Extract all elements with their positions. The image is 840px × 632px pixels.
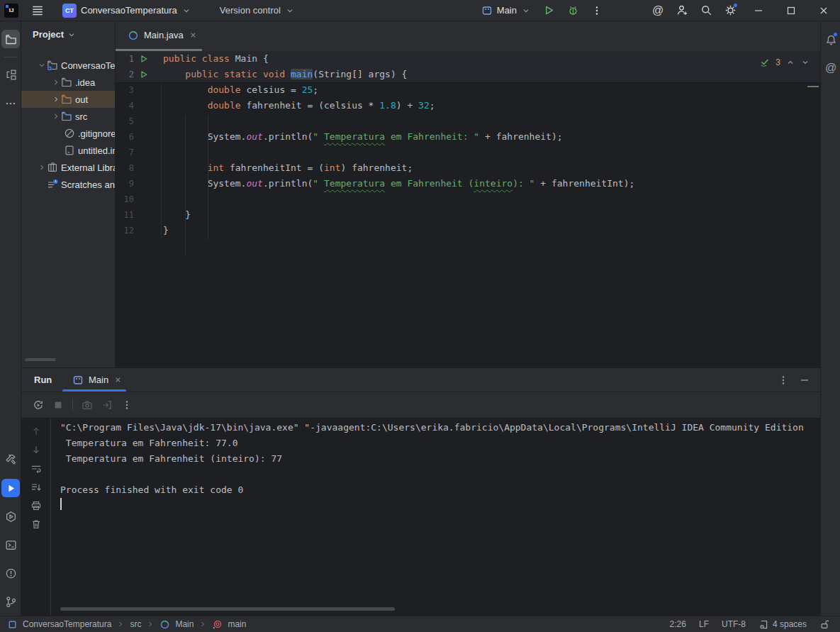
scroll-down-button[interactable] <box>30 444 42 455</box>
maximize-button[interactable] <box>775 0 807 21</box>
run-line-button[interactable] <box>134 51 161 67</box>
debug-button[interactable] <box>561 0 585 21</box>
minimize-button[interactable] <box>742 0 775 21</box>
line-number[interactable]: 11 <box>116 207 134 223</box>
code-line[interactable]: System.out.println(" Temperatura em Fahr… <box>161 129 563 145</box>
code-line[interactable]: System.out.println(" Temperatura em Fahr… <box>161 176 634 192</box>
scroll-up-button[interactable] <box>30 426 42 437</box>
run-tab-main[interactable]: Main <box>62 368 133 392</box>
rerun-icon[interactable] <box>33 399 44 411</box>
build-tool-button[interactable] <box>1 450 20 468</box>
line-number[interactable]: 4 <box>116 98 134 113</box>
status-bar: ConversaoTemperatura src Main main 2:26 … <box>0 616 840 632</box>
project-tool-button[interactable] <box>1 30 20 48</box>
line-number[interactable]: 5 <box>116 113 134 129</box>
tree-item-label: .gitignore <box>78 128 116 139</box>
indent-widget[interactable]: 4 spaces <box>758 619 807 630</box>
problems-tool-button[interactable] <box>1 564 20 582</box>
version-control-button[interactable]: Version control <box>214 1 301 20</box>
project-horizontal-scrollbar[interactable] <box>25 358 56 361</box>
tree-item-untitled-iml[interactable]: untitled.iml <box>21 142 116 159</box>
encoding-widget[interactable]: UTF-8 <box>722 619 746 629</box>
line-number[interactable]: 6 <box>116 129 134 145</box>
tree-item-scratches[interactable]: Scratches and Consoles <box>21 176 116 193</box>
run-panel-header: Run Main <box>21 368 820 392</box>
line-number[interactable]: 12 <box>116 223 134 238</box>
inspections-widget[interactable]: 3 <box>759 57 810 68</box>
code-line[interactable]: public static void main(String[] args) { <box>161 67 407 82</box>
more-tool-windows-button[interactable] <box>1 94 20 113</box>
main-menu-button[interactable] <box>26 0 50 21</box>
tree-item-idea[interactable]: .idea <box>21 74 116 91</box>
code-line[interactable]: int fahrenheitInt = (int) fahrenheit; <box>161 160 413 176</box>
breadcrumb-project[interactable]: ConversaoTemperatura <box>23 619 111 629</box>
close-icon[interactable] <box>189 31 198 40</box>
more-icon[interactable] <box>778 375 789 386</box>
code-line[interactable]: } <box>161 207 191 223</box>
console-horizontal-scrollbar[interactable] <box>60 607 395 611</box>
more-icon[interactable] <box>121 399 133 411</box>
import-into-icon[interactable] <box>101 399 113 411</box>
print-button[interactable] <box>30 500 42 511</box>
search-everywhere-button[interactable] <box>694 0 718 21</box>
more-actions-button[interactable] <box>585 0 609 21</box>
line-number[interactable]: 2 <box>116 67 134 82</box>
notifications-button[interactable] <box>822 31 840 49</box>
tree-item-project-root[interactable]: ConversaoTemperatura <box>21 57 116 74</box>
run-tool-button[interactable] <box>1 479 20 497</box>
terminal-tool-button[interactable] <box>1 536 20 554</box>
unlocked-icon[interactable] <box>819 619 830 630</box>
ai-assistant-tool-button[interactable]: @ <box>822 59 840 77</box>
stop-icon[interactable] <box>52 399 64 411</box>
code-with-me-button[interactable] <box>670 0 694 21</box>
settings-button[interactable] <box>718 0 742 21</box>
line-number[interactable]: 8 <box>116 160 134 176</box>
tree-item-src[interactable]: src <box>21 108 116 125</box>
breadcrumb-method[interactable]: main <box>228 619 246 629</box>
code-viewport[interactable]: 1 public class Main { 2 public static vo… <box>116 51 820 238</box>
tab-main-java[interactable]: Main.java <box>121 21 205 49</box>
cursor-position-widget[interactable]: 2:26 <box>670 619 686 629</box>
line-number[interactable]: 10 <box>116 192 134 207</box>
run-line-button[interactable] <box>134 67 161 82</box>
code-line[interactable]: public class Main { <box>161 51 269 67</box>
project-panel-header[interactable]: Project <box>21 21 115 46</box>
project-widget-button[interactable]: CT ConversaoTemperatura <box>57 1 197 20</box>
left-tool-window-bar <box>0 21 21 616</box>
close-button[interactable] <box>807 0 840 21</box>
structure-tool-button[interactable] <box>1 65 20 84</box>
screenshot-icon[interactable] <box>82 399 93 411</box>
version-control-tool-button[interactable] <box>1 592 20 611</box>
line-number[interactable]: 3 <box>116 82 134 98</box>
line-number[interactable]: 7 <box>116 145 134 160</box>
breadcrumb-src[interactable]: src <box>130 619 141 629</box>
build-hammer-icon <box>5 453 17 465</box>
editor-area: Main.java 1 public class Main { 2 public… <box>116 21 820 367</box>
run-configuration-selector[interactable]: Main <box>476 1 537 20</box>
tree-item-gitignore[interactable]: .gitignore <box>21 125 116 142</box>
line-number[interactable]: 1 <box>116 51 134 67</box>
run-tab-title: Main <box>89 375 108 385</box>
soft-wrap-button[interactable] <box>30 463 42 475</box>
run-button[interactable] <box>537 0 561 21</box>
breadcrumb-class[interactable]: Main <box>175 619 194 629</box>
line-separator-widget[interactable]: LF <box>699 619 709 629</box>
next-problem-icon[interactable] <box>800 57 810 67</box>
code-line[interactable]: } <box>161 223 169 238</box>
tree-item-out[interactable]: out <box>21 91 116 108</box>
run-console[interactable]: "C:\Program Files\Java\jdk-17\bin\java.e… <box>21 418 820 615</box>
services-tool-button[interactable] <box>1 507 20 526</box>
line-number[interactable]: 9 <box>116 176 134 192</box>
indent-config-icon <box>758 619 769 630</box>
console-output[interactable]: "C:\Program Files\Java\jdk-17\bin\java.e… <box>60 420 820 498</box>
code-line[interactable]: double celsius = 25; <box>161 82 318 98</box>
scroll-to-end-button[interactable] <box>30 482 42 493</box>
close-icon[interactable] <box>113 375 123 384</box>
previous-problem-icon[interactable] <box>785 57 795 67</box>
code-line[interactable]: double fahrenheit = (celsius * 1.8) + 32… <box>161 98 435 113</box>
ai-assistant-button[interactable]: @ <box>646 0 670 21</box>
tree-item-external-libraries[interactable]: External Libraries <box>21 159 116 176</box>
hide-tool-window-icon[interactable] <box>799 375 810 386</box>
right-tool-window-bar: @ <box>820 21 840 616</box>
clear-all-button[interactable] <box>30 519 42 530</box>
